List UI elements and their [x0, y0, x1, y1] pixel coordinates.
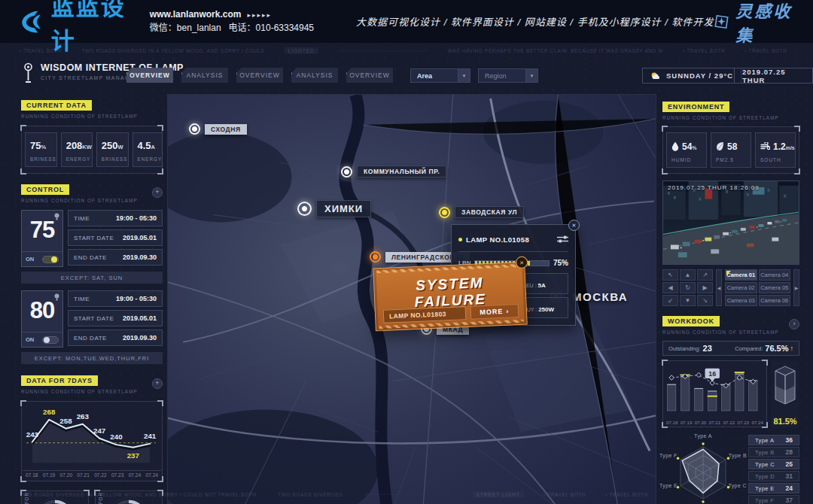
current-data-title: CURRENT DATA — [21, 100, 92, 111]
camera-06-button[interactable]: Camera 06 — [759, 295, 791, 306]
date-box: 2019.07.25 THUR — [734, 68, 813, 83]
map-pin-zavodskaya[interactable]: ЗАВОДСКАЯ УЛ — [439, 206, 524, 218]
week-x-label: 07.24 — [145, 472, 158, 478]
week-x-label: 07.19 — [43, 472, 56, 478]
toggle-2[interactable] — [42, 336, 59, 344]
lanlan-logo[interactable]: 蓝蓝设计 — [20, 0, 132, 56]
except-bar-1: EXCEPT: SAT, SUN — [21, 272, 163, 284]
bars-svg: 16 — [664, 363, 763, 415]
lamp-pin-icon — [189, 123, 200, 135]
svg-text:258: 258 — [59, 417, 72, 425]
area-select[interactable]: Area ▼ — [410, 68, 470, 83]
city-map[interactable]: СХОДНЯ КОММУНАЛЬНЫЙ ПР. ХИМКИ ЗАВОДСКАЯ … — [167, 94, 656, 504]
pan-up-left-button[interactable]: ↖ — [662, 269, 678, 281]
workbook-x-label: 07.20 — [695, 420, 706, 425]
start-date-row-1[interactable]: START DATE2019.05.01 — [68, 229, 163, 246]
leaf-icon — [716, 141, 724, 151]
week-x-label: 07.22 — [94, 472, 107, 478]
camera-02-button[interactable]: Camera 02 — [725, 282, 757, 293]
control-add-button[interactable]: + — [152, 187, 163, 198]
map-pin-label: ХИМКИ — [316, 200, 371, 217]
type-row-c[interactable]: Type C25 — [748, 459, 799, 469]
time-row-2[interactable]: TIME19:00 - 05:30 — [68, 290, 163, 307]
tab-analysis-2[interactable]: ANALYSIS — [291, 68, 338, 83]
radar-label-f: Type F — [659, 453, 678, 458]
workbook-x-label: 07.22 — [723, 420, 735, 425]
map-pin-label: ЗАВОДСКАЯ УЛ — [455, 206, 524, 218]
environment-title: ENVIRONMENT — [662, 102, 729, 112]
left-column: CURRENT DATA RUNNING CONDITION OF STREET… — [21, 94, 163, 504]
workbook-more-button[interactable]: › — [789, 319, 799, 329]
camera-05-button[interactable]: Camera 05 — [759, 282, 791, 293]
pan-down-button[interactable]: ▼ — [680, 295, 696, 306]
workbook-x-label: 07.23 — [738, 420, 749, 425]
camera-prev-button[interactable]: ◀ — [716, 269, 722, 306]
svg-text:237: 237 — [127, 451, 139, 460]
environment-subtitle: RUNNING CONDITION OF STREETLAMP — [662, 115, 799, 120]
pan-right-button[interactable]: ▶ — [697, 282, 713, 293]
camera-03-button[interactable]: Camera 03 — [725, 295, 757, 306]
week-subtitle: RUNNING CONDITION OF STREETLAMP — [21, 389, 138, 394]
workbook-x-label: 07.21 — [709, 420, 720, 425]
region-select[interactable]: Region ▼ — [478, 68, 538, 83]
radar-label-b: Type B — [729, 453, 747, 458]
current-stats: 75% BRINESS 208KW ENERGY 250W BRINESS 4.… — [21, 126, 163, 174]
cube-icon — [774, 365, 796, 407]
end-date-row-1[interactable]: END DATE2019.09.30 — [68, 249, 163, 266]
workbook-x-label: 07.19 — [681, 420, 692, 425]
stat-briness-w: 250W BRINESS — [96, 132, 129, 167]
stat-energy-kw: 208KW ENERGY — [61, 132, 93, 167]
map-pin-skhodnya[interactable]: СХОДНЯ — [189, 123, 247, 135]
type-row-d[interactable]: Type D31 — [748, 471, 799, 481]
tab-overview-3[interactable]: OVERVIEW — [346, 68, 393, 83]
page: 蓝蓝设计 www.lanlanwork.com▸▸▸▸▸ 微信：ben_lanl… — [0, 0, 813, 504]
pan-down-right-button[interactable]: ↘ — [697, 295, 713, 306]
tab-overview-2[interactable]: OVERVIEW — [236, 68, 283, 83]
chevron-down-icon: ▼ — [525, 69, 537, 82]
pan-left-button[interactable]: ◀ — [662, 282, 678, 293]
droplet-icon — [671, 141, 679, 151]
inspiration-icon — [714, 12, 729, 32]
alert-more-button[interactable]: MORE› — [470, 304, 519, 320]
pan-up-right-button[interactable]: ↗ — [697, 269, 713, 281]
chevron-right-icon: › — [506, 308, 509, 315]
reset-view-button[interactable]: ↻ — [680, 282, 696, 293]
banner-phone: 电话：010-63334945 — [229, 23, 314, 33]
tab-overview-1[interactable]: OVERVIEW — [126, 68, 173, 83]
type-row-a[interactable]: Type A36 — [748, 435, 799, 445]
pan-down-left-button[interactable]: ↙ — [662, 295, 678, 306]
map-pin-label: КОММУНАЛЬНЫЙ ПР. — [357, 165, 446, 178]
camera-04-button[interactable]: Camera 04 — [759, 269, 791, 281]
toggle-1[interactable] — [42, 256, 59, 263]
svg-text:16: 16 — [708, 370, 716, 378]
camera-next-button[interactable]: ▶ — [793, 269, 799, 306]
week-x-label: 07.21 — [77, 472, 90, 478]
tab-analysis-1[interactable]: ANALYSIS — [181, 68, 228, 83]
system-failure-alert: ✕ SYSTEM FAILURE LAMP NO.L01803 MORE› — [373, 262, 527, 332]
workbook-x-axis: 07.1807.1907.2007.2107.2207.2307.24 — [664, 418, 766, 427]
end-date-row-2[interactable]: END DATE2019.09.30 — [68, 329, 163, 346]
map-pin-kommunalny[interactable]: КОММУНАЛЬНЫЙ ПР. — [341, 165, 446, 178]
control-group-1: 75 ON TIME19:00 - 05:30 START DATE2019.0… — [21, 210, 163, 284]
map-pin-khimki[interactable]: ХИМКИ — [297, 200, 371, 217]
popup-close-icon[interactable]: ✕ — [568, 220, 580, 231]
top-banner: 蓝蓝设计 www.lanlanwork.com▸▸▸▸▸ 微信：ben_lanl… — [0, 0, 813, 43]
week-add-button[interactable]: + — [152, 378, 163, 389]
workbook-cube: 81.5% — [771, 360, 799, 427]
workbook-x-label: 07.18 — [666, 420, 678, 425]
camera-dpad: ↖ ▲ ↗ ◀ ↻ ▶ ↙ ▼ ↘ — [662, 269, 713, 306]
date-text: 2019.07.25 THUR — [742, 68, 805, 84]
lamp-pin-icon — [439, 207, 450, 218]
sliders-icon[interactable] — [557, 232, 568, 246]
week-x-label: 07.23 — [111, 472, 124, 478]
pan-up-button[interactable]: ▲ — [680, 269, 696, 281]
lanlan-logo-icon — [20, 7, 47, 37]
type-row-b[interactable]: Type B28 — [748, 447, 799, 457]
inspiration-collect[interactable]: 灵感收集 — [714, 0, 796, 46]
camera-01-button[interactable]: Camera 01 — [725, 269, 757, 281]
banner-wechat: 微信：ben_lanlan — [150, 23, 221, 33]
time-row-1[interactable]: TIME19:00 - 05:30 — [68, 210, 163, 226]
start-date-row-2[interactable]: START DATE2019.05.01 — [68, 310, 163, 326]
banner-url[interactable]: www.lanlanwork.com — [150, 9, 242, 20]
camera-feed[interactable]: 2019.07.25 THUR 18:26:09 — [662, 181, 799, 265]
